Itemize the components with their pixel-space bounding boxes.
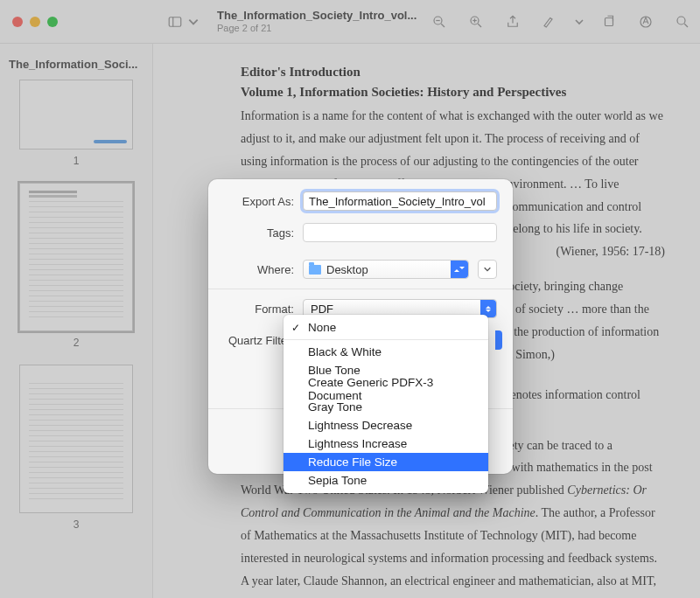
page-thumbnail[interactable]: [19, 183, 133, 331]
markup-button[interactable]: [634, 10, 658, 34]
share-button[interactable]: [500, 10, 525, 34]
markup-icon: [638, 14, 654, 30]
quartz-filter-option[interactable]: None: [284, 318, 488, 337]
page-thumbnail[interactable]: [19, 80, 133, 150]
page-number: 1: [74, 155, 80, 167]
sidebar-title: The_Information_Soci...: [0, 52, 152, 80]
quartz-filter-label: Quartz Filter:: [214, 334, 294, 347]
zoom-in-button[interactable]: [464, 10, 488, 34]
quartz-filter-option[interactable]: Lightness Decrease: [284, 416, 488, 435]
minimize-window-button[interactable]: [30, 17, 40, 27]
where-popup[interactable]: Desktop: [303, 260, 469, 279]
quartz-filter-option[interactable]: Gray Tone: [284, 398, 488, 416]
svg-line-12: [684, 24, 688, 27]
document-title-area: The_Information_Society_Intro_vol... Pag…: [217, 9, 416, 34]
tags-input[interactable]: [303, 223, 497, 242]
page-number: 2: [74, 337, 80, 349]
quartz-filter-option[interactable]: Sepia Tone: [284, 471, 488, 490]
document-subtitle: Page 2 of 21: [217, 23, 416, 34]
svg-point-11: [677, 17, 685, 24]
page-number: 3: [74, 518, 80, 531]
toolbar: The_Information_Society_Intro_vol... Pag…: [0, 0, 700, 44]
app-window: The_Information_Society_Intro_vol... Pag…: [0, 0, 700, 598]
tags-label: Tags:: [224, 226, 294, 240]
rotate-icon: [601, 14, 617, 30]
format-label: Format:: [224, 302, 294, 316]
view-options-chevron[interactable]: [187, 10, 200, 34]
highlight-icon: [542, 14, 557, 30]
quartz-filter-option[interactable]: Lightness Increase: [284, 435, 488, 453]
svg-rect-9: [606, 17, 613, 25]
zoom-out-icon: [431, 14, 447, 30]
highlight-chevron[interactable]: [574, 10, 584, 34]
format-value: PDF: [311, 302, 333, 316]
page-thumbnail[interactable]: [19, 365, 133, 513]
svg-rect-0: [169, 17, 181, 26]
window-controls: [12, 17, 58, 27]
quartz-filter-menu: NoneBlack & WhiteBlue ToneCreate Generic…: [284, 315, 488, 493]
svg-line-3: [441, 24, 444, 27]
quartz-filter-option[interactable]: Reduce File Size: [284, 453, 488, 471]
where-value: Desktop: [326, 263, 368, 276]
folder-icon: [309, 265, 321, 275]
close-window-button[interactable]: [12, 17, 23, 27]
sidebar-icon: [167, 14, 183, 30]
zoom-out-button[interactable]: [427, 10, 452, 34]
export-as-label: Export As:: [224, 195, 294, 208]
export-as-input[interactable]: [303, 191, 497, 211]
zoom-window-button[interactable]: [47, 17, 58, 27]
document-title: The_Information_Society_Intro_vol...: [217, 9, 416, 23]
zoom-in-icon: [468, 14, 484, 30]
view-options-button[interactable]: [163, 10, 187, 34]
search-icon: [675, 14, 690, 30]
thumbnail-sidebar[interactable]: The_Information_Soci... 1 2 3: [0, 44, 153, 598]
heading-editor-intro: Editor's Introduction: [241, 65, 665, 80]
chevron-down-icon: [451, 261, 468, 278]
search-button[interactable]: [670, 10, 695, 34]
rotate-button[interactable]: [597, 10, 621, 34]
quartz-filter-option[interactable]: Create Generic PDFX-3 Document: [284, 379, 488, 398]
highlight-button[interactable]: [537, 10, 562, 34]
share-icon: [505, 14, 521, 30]
quartz-filter-option[interactable]: Black & White: [284, 343, 488, 361]
svg-line-6: [478, 24, 481, 27]
expand-save-panel-button[interactable]: [478, 260, 497, 279]
heading-volume: Volume 1, Information Societies: History…: [241, 85, 665, 100]
where-label: Where:: [224, 263, 294, 276]
